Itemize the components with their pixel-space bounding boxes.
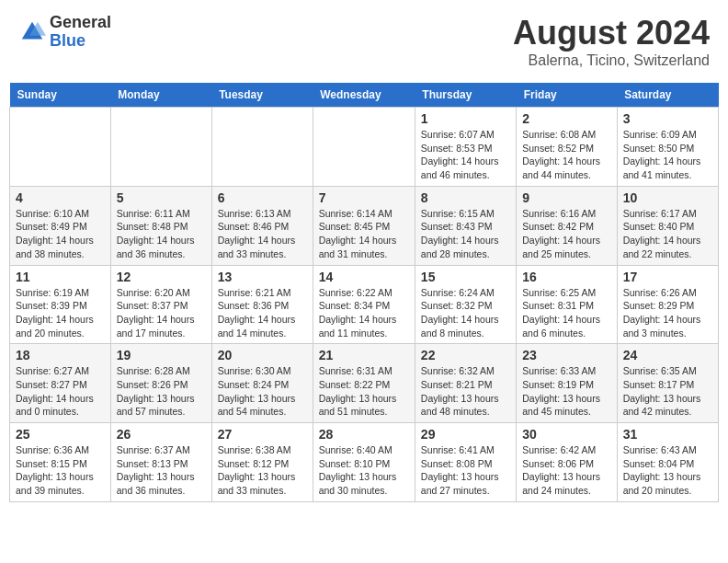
calendar-cell: 23Sunrise: 6:33 AM Sunset: 8:19 PM Dayli… xyxy=(517,344,617,423)
calendar-cell: 12Sunrise: 6:20 AM Sunset: 8:37 PM Dayli… xyxy=(110,265,211,344)
calendar-header-row: SundayMondayTuesdayWednesdayThursdayFrid… xyxy=(10,83,719,108)
day-info: Sunrise: 6:25 AM Sunset: 8:31 PM Dayligh… xyxy=(522,286,610,340)
calendar-week-row: 18Sunrise: 6:27 AM Sunset: 8:27 PM Dayli… xyxy=(10,344,719,423)
column-header-tuesday: Tuesday xyxy=(211,83,313,108)
location-title: Balerna, Ticino, Switzerland xyxy=(513,52,710,69)
calendar-week-row: 11Sunrise: 6:19 AM Sunset: 8:39 PM Dayli… xyxy=(10,265,719,344)
day-info: Sunrise: 6:13 AM Sunset: 8:46 PM Dayligh… xyxy=(218,207,307,261)
day-info: Sunrise: 6:10 AM Sunset: 8:49 PM Dayligh… xyxy=(16,207,105,261)
calendar-week-row: 4Sunrise: 6:10 AM Sunset: 8:49 PM Daylig… xyxy=(10,186,719,265)
calendar-week-row: 1Sunrise: 6:07 AM Sunset: 8:53 PM Daylig… xyxy=(10,108,719,187)
calendar-cell: 10Sunrise: 6:17 AM Sunset: 8:40 PM Dayli… xyxy=(617,186,718,265)
day-number: 26 xyxy=(117,427,206,442)
logo-general-text: General xyxy=(50,14,111,32)
day-number: 13 xyxy=(218,270,307,284)
calendar-cell xyxy=(10,108,111,187)
day-number: 18 xyxy=(16,348,105,362)
month-title: August 2024 xyxy=(513,14,710,52)
day-number: 14 xyxy=(319,270,409,284)
column-header-friday: Friday xyxy=(517,83,617,108)
logo-icon xyxy=(18,18,46,46)
day-info: Sunrise: 6:09 AM Sunset: 8:50 PM Dayligh… xyxy=(623,128,712,182)
day-number: 15 xyxy=(421,270,510,284)
header: General Blue August 2024 Balerna, Ticino… xyxy=(9,9,719,74)
day-number: 4 xyxy=(16,190,105,205)
day-number: 23 xyxy=(522,348,610,362)
column-header-saturday: Saturday xyxy=(617,83,718,108)
day-info: Sunrise: 6:35 AM Sunset: 8:17 PM Dayligh… xyxy=(623,364,712,419)
day-number: 16 xyxy=(522,270,610,284)
day-info: Sunrise: 6:08 AM Sunset: 8:52 PM Dayligh… xyxy=(522,128,610,182)
day-number: 3 xyxy=(623,111,712,126)
calendar-cell: 18Sunrise: 6:27 AM Sunset: 8:27 PM Dayli… xyxy=(10,344,111,423)
day-info: Sunrise: 6:17 AM Sunset: 8:40 PM Dayligh… xyxy=(623,207,712,261)
day-info: Sunrise: 6:14 AM Sunset: 8:45 PM Dayligh… xyxy=(319,207,409,261)
calendar-cell: 19Sunrise: 6:28 AM Sunset: 8:26 PM Dayli… xyxy=(110,344,211,423)
day-number: 10 xyxy=(623,190,712,205)
day-info: Sunrise: 6:42 AM Sunset: 8:06 PM Dayligh… xyxy=(522,443,610,498)
day-number: 11 xyxy=(16,270,105,284)
calendar-cell xyxy=(110,108,211,187)
day-info: Sunrise: 6:20 AM Sunset: 8:37 PM Dayligh… xyxy=(117,286,206,340)
calendar-cell: 20Sunrise: 6:30 AM Sunset: 8:24 PM Dayli… xyxy=(211,344,313,423)
day-number: 30 xyxy=(522,427,610,442)
calendar-cell: 31Sunrise: 6:43 AM Sunset: 8:04 PM Dayli… xyxy=(617,423,718,502)
day-info: Sunrise: 6:22 AM Sunset: 8:34 PM Dayligh… xyxy=(319,286,409,340)
day-number: 27 xyxy=(218,427,307,442)
column-header-monday: Monday xyxy=(110,83,211,108)
calendar-cell: 28Sunrise: 6:40 AM Sunset: 8:10 PM Dayli… xyxy=(313,423,415,502)
day-info: Sunrise: 6:27 AM Sunset: 8:27 PM Dayligh… xyxy=(16,364,105,419)
day-info: Sunrise: 6:38 AM Sunset: 8:12 PM Dayligh… xyxy=(218,443,307,498)
calendar-cell: 16Sunrise: 6:25 AM Sunset: 8:31 PM Dayli… xyxy=(517,265,617,344)
day-number: 21 xyxy=(319,348,409,362)
day-number: 28 xyxy=(319,427,409,442)
day-info: Sunrise: 6:07 AM Sunset: 8:53 PM Dayligh… xyxy=(421,128,510,182)
calendar-cell: 25Sunrise: 6:36 AM Sunset: 8:15 PM Dayli… xyxy=(10,423,111,502)
calendar-cell: 3Sunrise: 6:09 AM Sunset: 8:50 PM Daylig… xyxy=(617,108,718,187)
day-number: 17 xyxy=(623,270,712,284)
day-number: 1 xyxy=(421,111,510,126)
day-number: 9 xyxy=(522,190,610,205)
day-info: Sunrise: 6:43 AM Sunset: 8:04 PM Dayligh… xyxy=(623,443,712,498)
day-number: 24 xyxy=(623,348,712,362)
column-header-thursday: Thursday xyxy=(415,83,516,108)
day-info: Sunrise: 6:15 AM Sunset: 8:43 PM Dayligh… xyxy=(421,207,510,261)
calendar-cell: 15Sunrise: 6:24 AM Sunset: 8:32 PM Dayli… xyxy=(415,265,516,344)
day-number: 29 xyxy=(421,427,510,442)
day-info: Sunrise: 6:30 AM Sunset: 8:24 PM Dayligh… xyxy=(218,364,307,419)
calendar-week-row: 25Sunrise: 6:36 AM Sunset: 8:15 PM Dayli… xyxy=(10,423,719,502)
column-header-wednesday: Wednesday xyxy=(313,83,415,108)
calendar-cell: 22Sunrise: 6:32 AM Sunset: 8:21 PM Dayli… xyxy=(415,344,516,423)
title-area: August 2024 Balerna, Ticino, Switzerland xyxy=(513,14,710,69)
day-number: 20 xyxy=(218,348,307,362)
calendar-cell: 8Sunrise: 6:15 AM Sunset: 8:43 PM Daylig… xyxy=(415,186,516,265)
day-number: 6 xyxy=(218,190,307,205)
calendar-table: SundayMondayTuesdayWednesdayThursdayFrid… xyxy=(9,83,719,502)
logo-blue-text: Blue xyxy=(50,32,111,51)
day-info: Sunrise: 6:31 AM Sunset: 8:22 PM Dayligh… xyxy=(319,364,409,419)
day-info: Sunrise: 6:21 AM Sunset: 8:36 PM Dayligh… xyxy=(218,286,307,340)
calendar-cell: 11Sunrise: 6:19 AM Sunset: 8:39 PM Dayli… xyxy=(10,265,111,344)
day-info: Sunrise: 6:32 AM Sunset: 8:21 PM Dayligh… xyxy=(421,364,510,419)
calendar-cell xyxy=(313,108,415,187)
day-info: Sunrise: 6:37 AM Sunset: 8:13 PM Dayligh… xyxy=(117,443,206,498)
calendar-cell xyxy=(211,108,313,187)
day-info: Sunrise: 6:28 AM Sunset: 8:26 PM Dayligh… xyxy=(117,364,206,419)
calendar-cell: 21Sunrise: 6:31 AM Sunset: 8:22 PM Dayli… xyxy=(313,344,415,423)
calendar-cell: 6Sunrise: 6:13 AM Sunset: 8:46 PM Daylig… xyxy=(211,186,313,265)
calendar-cell: 9Sunrise: 6:16 AM Sunset: 8:42 PM Daylig… xyxy=(517,186,617,265)
day-info: Sunrise: 6:19 AM Sunset: 8:39 PM Dayligh… xyxy=(16,286,105,340)
calendar-cell: 27Sunrise: 6:38 AM Sunset: 8:12 PM Dayli… xyxy=(211,423,313,502)
calendar-cell: 30Sunrise: 6:42 AM Sunset: 8:06 PM Dayli… xyxy=(517,423,617,502)
day-number: 12 xyxy=(117,270,206,284)
day-number: 22 xyxy=(421,348,510,362)
calendar-cell: 14Sunrise: 6:22 AM Sunset: 8:34 PM Dayli… xyxy=(313,265,415,344)
calendar-cell: 24Sunrise: 6:35 AM Sunset: 8:17 PM Dayli… xyxy=(617,344,718,423)
calendar-cell: 1Sunrise: 6:07 AM Sunset: 8:53 PM Daylig… xyxy=(415,108,516,187)
day-number: 19 xyxy=(117,348,206,362)
calendar-cell: 13Sunrise: 6:21 AM Sunset: 8:36 PM Dayli… xyxy=(211,265,313,344)
day-info: Sunrise: 6:33 AM Sunset: 8:19 PM Dayligh… xyxy=(522,364,610,419)
day-number: 2 xyxy=(522,111,610,126)
day-info: Sunrise: 6:11 AM Sunset: 8:48 PM Dayligh… xyxy=(117,207,206,261)
day-info: Sunrise: 6:26 AM Sunset: 8:29 PM Dayligh… xyxy=(623,286,712,340)
